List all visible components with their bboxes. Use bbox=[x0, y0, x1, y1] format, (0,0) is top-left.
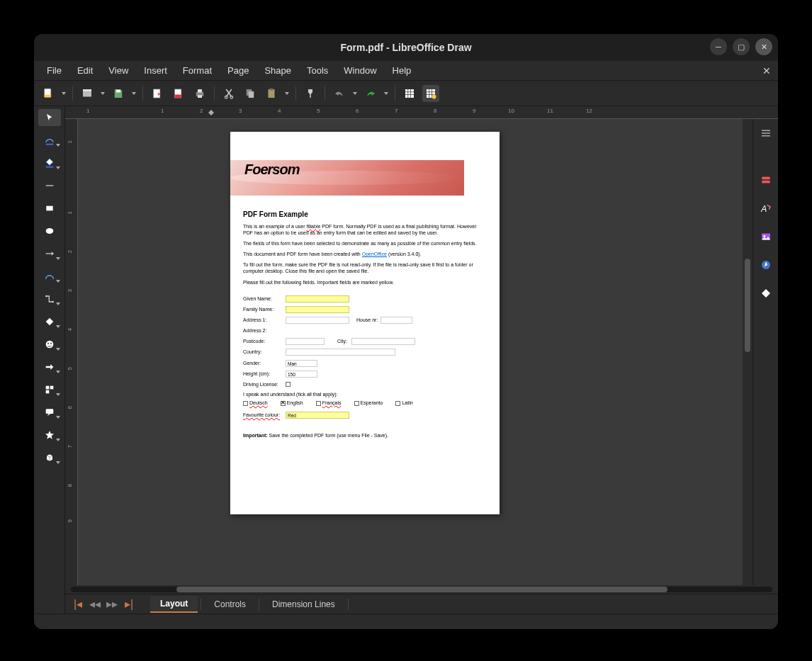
callout-tool[interactable] bbox=[38, 404, 61, 421]
menu-insert[interactable]: Insert bbox=[137, 64, 174, 77]
input-addr1[interactable] bbox=[286, 317, 349, 324]
copy-button[interactable] bbox=[242, 85, 259, 102]
star-tool[interactable] bbox=[38, 426, 61, 444]
close-button[interactable]: ✕ bbox=[755, 38, 772, 55]
line-color-tool[interactable] bbox=[38, 132, 61, 149]
open-dropdown[interactable] bbox=[100, 85, 106, 102]
ruler-indicator-icon bbox=[207, 108, 215, 117]
open-button[interactable] bbox=[79, 85, 96, 102]
redo-button[interactable] bbox=[362, 85, 379, 102]
menu-tools[interactable]: Tools bbox=[300, 64, 335, 77]
last-page-button[interactable]: ▸| bbox=[122, 597, 136, 611]
horizontal-scrollbar[interactable] bbox=[65, 585, 778, 594]
sidebar: A bbox=[752, 119, 778, 585]
label-city: City: bbox=[337, 338, 347, 344]
svg-rect-3 bbox=[83, 91, 91, 97]
input-house[interactable] bbox=[380, 317, 412, 324]
checkbox-driving[interactable] bbox=[286, 382, 291, 387]
hscroll-thumb[interactable] bbox=[176, 587, 667, 592]
print-button[interactable] bbox=[191, 85, 208, 102]
vertical-scrollbar[interactable] bbox=[743, 119, 752, 585]
label-house: House nr: bbox=[356, 317, 378, 323]
menu-help[interactable]: Help bbox=[385, 64, 419, 77]
bottom-bar: |◂ ◂◂ ▸▸ ▸| Layout Controls Dimension Li… bbox=[65, 594, 778, 614]
label-addr1: Address 1: bbox=[243, 317, 286, 323]
input-height[interactable]: 150 bbox=[286, 371, 317, 378]
paste-button[interactable] bbox=[263, 85, 280, 102]
export-button[interactable] bbox=[149, 85, 166, 102]
svg-point-30 bbox=[50, 343, 52, 344]
canvas[interactable]: Foersom PDF Form Example This is an exam… bbox=[78, 119, 743, 585]
checkbox-francais[interactable] bbox=[316, 401, 321, 406]
undo-dropdown[interactable] bbox=[352, 85, 358, 102]
3d-tool[interactable] bbox=[38, 449, 61, 466]
scrollbar-thumb[interactable] bbox=[745, 259, 750, 352]
fill-color-tool[interactable] bbox=[38, 154, 61, 171]
next-page-button[interactable]: ▸▸ bbox=[105, 597, 119, 611]
vertical-ruler[interactable]: 1 1 2 3 4 5 6 7 8 9 bbox=[65, 119, 78, 585]
checkbox-esperanto[interactable] bbox=[354, 401, 359, 406]
new-dropdown[interactable] bbox=[61, 85, 67, 102]
flowchart-tool[interactable] bbox=[38, 381, 61, 398]
maximize-button[interactable]: ▢ bbox=[733, 38, 750, 55]
basic-shapes-tool[interactable] bbox=[38, 313, 61, 330]
ellipse-tool[interactable] bbox=[38, 222, 61, 239]
select-tool[interactable] bbox=[38, 109, 61, 126]
gallery-icon[interactable] bbox=[757, 228, 774, 245]
input-gender[interactable]: Man bbox=[286, 360, 317, 367]
cut-button[interactable] bbox=[220, 85, 237, 102]
line-tool[interactable] bbox=[38, 177, 61, 194]
svg-point-26 bbox=[45, 295, 47, 298]
styles-icon[interactable]: A bbox=[757, 200, 774, 217]
close-doc-button[interactable]: ✕ bbox=[762, 65, 771, 77]
svg-point-12 bbox=[230, 96, 233, 98]
input-given[interactable] bbox=[286, 295, 349, 303]
prev-page-button[interactable]: ◂◂ bbox=[88, 597, 102, 611]
symbol-shapes-tool[interactable] bbox=[38, 336, 61, 353]
label-country: Country: bbox=[243, 349, 286, 355]
minimize-button[interactable]: ─ bbox=[710, 38, 727, 55]
paste-dropdown[interactable] bbox=[284, 85, 290, 102]
rect-tool[interactable] bbox=[38, 200, 61, 217]
new-button[interactable] bbox=[40, 85, 57, 102]
save-button[interactable] bbox=[110, 85, 127, 102]
shapes-icon[interactable] bbox=[757, 285, 774, 302]
input-family[interactable] bbox=[286, 306, 349, 313]
menu-view[interactable]: View bbox=[101, 64, 135, 77]
grid-button[interactable] bbox=[401, 85, 418, 102]
tab-layout[interactable]: Layout bbox=[150, 596, 198, 613]
menu-file[interactable]: File bbox=[40, 64, 69, 77]
curve-tool[interactable] bbox=[38, 268, 61, 285]
clone-format-button[interactable] bbox=[302, 85, 319, 102]
input-country[interactable] bbox=[286, 349, 395, 356]
properties-icon[interactable] bbox=[757, 171, 774, 188]
label-gender: Gender: bbox=[243, 360, 286, 366]
export-pdf-button[interactable] bbox=[170, 85, 187, 102]
first-page-button[interactable]: |◂ bbox=[71, 597, 85, 611]
input-postcode[interactable] bbox=[286, 338, 325, 345]
horizontal-ruler[interactable]: 1 1 2 3 4 5 6 7 8 9 10 11 12 bbox=[65, 106, 778, 119]
menu-window[interactable]: Window bbox=[337, 64, 383, 77]
snap-grid-button[interactable] bbox=[422, 85, 439, 102]
input-addr2[interactable] bbox=[286, 327, 395, 334]
input-fav[interactable]: Red bbox=[286, 412, 349, 419]
arrow-tool[interactable] bbox=[38, 245, 61, 262]
redo-dropdown[interactable] bbox=[383, 85, 389, 102]
menu-shape[interactable]: Shape bbox=[257, 64, 298, 77]
sidebar-menu-icon[interactable] bbox=[757, 125, 774, 142]
navigator-icon[interactable] bbox=[757, 256, 774, 273]
connector-tool[interactable] bbox=[38, 290, 61, 307]
input-city[interactable] bbox=[351, 338, 415, 345]
checkbox-english[interactable] bbox=[281, 401, 286, 406]
block-arrows-tool[interactable] bbox=[38, 358, 61, 375]
menu-page[interactable]: Page bbox=[220, 64, 256, 77]
menu-format[interactable]: Format bbox=[176, 64, 219, 77]
undo-button[interactable] bbox=[331, 85, 348, 102]
page[interactable]: Foersom PDF Form Example This is an exam… bbox=[230, 132, 500, 514]
save-dropdown[interactable] bbox=[131, 85, 137, 102]
tab-dimension[interactable]: Dimension Lines bbox=[262, 597, 345, 612]
checkbox-deutsch[interactable] bbox=[243, 401, 248, 406]
checkbox-latin[interactable] bbox=[395, 401, 400, 406]
menu-edit[interactable]: Edit bbox=[70, 64, 100, 77]
tab-controls[interactable]: Controls bbox=[204, 597, 256, 612]
